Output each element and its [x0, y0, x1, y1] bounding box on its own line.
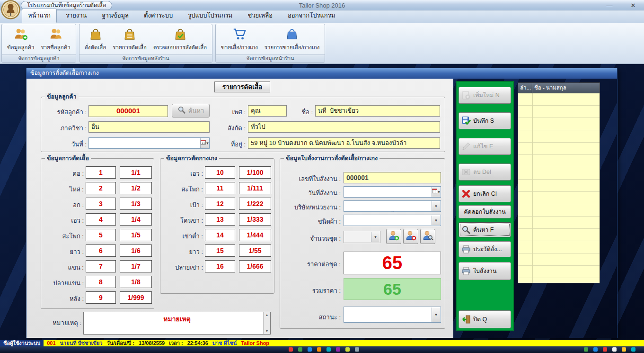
grid-rows-area[interactable]: [518, 93, 600, 283]
trouser-fraction-input[interactable]: 1/666: [239, 260, 271, 272]
shirt-fraction-input[interactable]: 1/6: [120, 244, 152, 257]
order-form-titlebar[interactable]: ข้อมูลการสั่งตัดเสื้อ/กางเกง: [26, 68, 617, 79]
shirt-measure-input[interactable]: 9: [86, 291, 116, 304]
person-add-button[interactable]: [386, 229, 401, 244]
shirt-measure-input[interactable]: 5: [86, 229, 116, 241]
shirt-fraction-input[interactable]: 1/1: [120, 166, 152, 179]
customer-search-button[interactable]: ค้นหา: [172, 104, 210, 118]
status-select[interactable]: รอสั่งตัดเสื้อ ▾: [344, 307, 441, 323]
tray-icon[interactable]: [612, 347, 617, 352]
tray-icon[interactable]: [355, 347, 359, 352]
trouser-measure-input[interactable]: 14: [205, 229, 235, 241]
shirt-fraction-input[interactable]: 1/999: [120, 291, 152, 304]
trouser-measure-input[interactable]: 15: [205, 244, 235, 257]
save-button[interactable]: บันทึก S: [459, 112, 511, 129]
chevron-down-icon[interactable]: ▾: [432, 308, 440, 322]
chevron-down-icon[interactable]: ▾: [432, 201, 440, 211]
person-find-button[interactable]: [420, 229, 435, 244]
delete-button[interactable]: ลบ Del: [459, 163, 511, 181]
trouser-measure-input[interactable]: 13: [205, 213, 235, 226]
find-button[interactable]: ค้นหา F: [459, 222, 511, 237]
copy-order-button[interactable]: คัดลอกใบสั่งงาน: [459, 205, 511, 218]
shirt-fraction-input[interactable]: 1/7: [120, 260, 152, 272]
grid-col-seq[interactable]: ลำ...: [518, 83, 532, 93]
trouser-fraction-input[interactable]: 1/222: [239, 198, 271, 210]
trouser-fraction-input[interactable]: 1/111: [239, 182, 271, 194]
tray-icon[interactable]: [289, 347, 293, 352]
tab-reports[interactable]: รายงาน: [60, 9, 93, 23]
tray-icon[interactable]: [326, 347, 331, 352]
scroll-up-icon[interactable]: ▲: [265, 312, 269, 318]
tray-icon[interactable]: [308, 347, 312, 352]
order-list-button[interactable]: รายการตัดเสื้อ: [109, 26, 150, 52]
customer-code-input[interactable]: 000001: [88, 105, 168, 117]
scroll-down-icon[interactable]: ▼: [265, 328, 269, 334]
trouser-fraction-input[interactable]: 1/333: [239, 213, 271, 226]
windows-taskbar[interactable]: [0, 346, 644, 353]
order-tailor-button[interactable]: สั่งตัดเสื้อ: [81, 26, 109, 52]
grid-col-name[interactable]: ชื่อ - นามสกุล: [532, 83, 600, 93]
chevron-down-icon[interactable]: ▾: [432, 216, 440, 225]
tray-icon[interactable]: [603, 347, 607, 352]
order-history-button[interactable]: ประวัติสั่ง...: [459, 241, 511, 257]
customer-data-button[interactable]: ข้อมูลลูกค้า: [4, 26, 38, 52]
customer-list-button[interactable]: รายชื่อลูกค้า: [38, 26, 74, 52]
order-no-input[interactable]: 000001: [344, 172, 441, 183]
close-button[interactable]: ✕: [628, 2, 638, 9]
note-textarea[interactable]: หมายเหตุ ▲ ▼: [83, 312, 271, 335]
quantity-select[interactable]: 1 ▾: [344, 231, 380, 243]
name-input[interactable]: นที ปัชชาเขียว: [315, 105, 440, 117]
tab-settings[interactable]: ตั้งค่าระบบ: [138, 9, 179, 23]
org-input[interactable]: ทั่วไป: [248, 121, 440, 133]
shirt-measure-input[interactable]: 4: [86, 213, 116, 226]
sell-list-button[interactable]: รายการขายเสื้อ/กางเกง: [261, 26, 323, 52]
trouser-measure-input[interactable]: 10: [205, 166, 235, 179]
tray-icon[interactable]: [631, 347, 635, 352]
tray-icon[interactable]: [336, 347, 340, 352]
trouser-fraction-input[interactable]: 1/55: [239, 244, 271, 257]
shirt-measure-input[interactable]: 1: [86, 166, 116, 179]
tab-program-style[interactable]: รูปแบบโปรแกรม: [182, 9, 238, 23]
edit-button[interactable]: แก้ไข E: [459, 138, 511, 155]
gender-input[interactable]: คุณ: [248, 105, 287, 117]
customer-date-picker[interactable]: 1 สิงหาคม 2559 ▾: [88, 137, 210, 149]
shirt-measure-input[interactable]: 7: [86, 260, 116, 272]
print-order-button[interactable]: ใบสั่งงาน: [459, 262, 511, 280]
shirt-measure-input[interactable]: 6: [86, 244, 116, 257]
tray-icon[interactable]: [345, 347, 350, 352]
shirt-measure-input[interactable]: 2: [86, 182, 116, 194]
calendar-dropdown-icon[interactable]: ▾: [200, 138, 209, 148]
order-check-button[interactable]: ตรวจสอบการสั่งตัดเสื้อ: [150, 26, 210, 52]
tab-exit[interactable]: ออกจากโปรแกรม: [282, 9, 341, 23]
add-new-button[interactable]: เพิ่มใหม่ N: [459, 87, 511, 104]
dept-input[interactable]: อื่น: [88, 121, 210, 133]
shirt-fraction-input[interactable]: 1/3: [120, 198, 152, 210]
tab-database[interactable]: ฐานข้อมูล: [96, 9, 135, 23]
trouser-fraction-input[interactable]: 1/100: [239, 166, 271, 179]
trouser-measure-input[interactable]: 12: [205, 198, 235, 210]
trouser-measure-input[interactable]: 16: [205, 260, 235, 272]
tray-icon[interactable]: [298, 347, 302, 352]
shirt-fraction-input[interactable]: 1/4: [120, 213, 152, 226]
shirt-measure-input[interactable]: 3: [86, 198, 116, 210]
cancel-button[interactable]: ยกเลิก Cl: [459, 185, 511, 202]
tray-icon[interactable]: [317, 347, 321, 352]
trouser-fraction-input[interactable]: 1/444: [239, 229, 271, 241]
shirt-measure-input[interactable]: 8: [86, 276, 116, 288]
fabric-select[interactable]: โทรา ▾: [344, 215, 441, 226]
tab-home[interactable]: หน้าแรก: [22, 9, 57, 23]
address-input[interactable]: 59 หมู่ 10 บ้านดงบาก ต.นิคมพัฒนา อ.โนนสั…: [248, 137, 440, 149]
person-remove-button[interactable]: [403, 229, 418, 244]
note-scrollbar[interactable]: ▲ ▼: [263, 312, 270, 334]
order-date-picker[interactable]: 13 สิงหาคม 2559 ▾: [344, 186, 441, 198]
calendar-dropdown-icon[interactable]: ▾: [432, 187, 440, 197]
tray-icon[interactable]: [584, 347, 588, 352]
sell-button[interactable]: ขายเสื้อ/กางเกง: [218, 26, 261, 52]
minimize-button[interactable]: —: [604, 2, 615, 9]
company-select[interactable]: ร้านสั่งเสื้อ 1 หรือ ชื่อผู้ตัดเสื้อ ▾: [344, 200, 441, 212]
close-form-button[interactable]: ปิด Q: [459, 310, 511, 328]
tray-icon[interactable]: [622, 347, 626, 352]
tab-help[interactable]: ช่วยเหลือ: [241, 9, 279, 23]
shirt-fraction-input[interactable]: 1/5: [120, 229, 152, 241]
trouser-measure-input[interactable]: 11: [205, 182, 235, 194]
